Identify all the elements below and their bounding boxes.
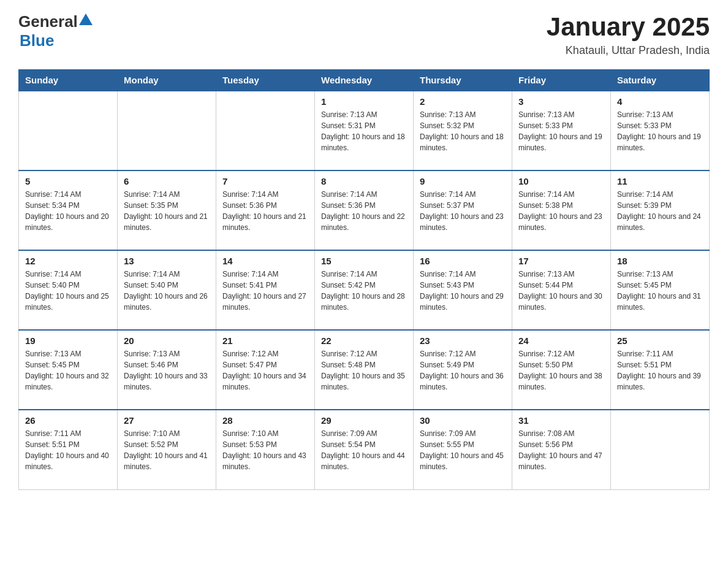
day-number: 22 — [321, 335, 407, 346]
day-info: Sunrise: 7:12 AMSunset: 5:48 PMDaylight:… — [321, 348, 407, 393]
calendar-cell: 18Sunrise: 7:13 AMSunset: 5:45 PMDayligh… — [611, 250, 710, 330]
calendar-cell: 17Sunrise: 7:13 AMSunset: 5:44 PMDayligh… — [512, 250, 611, 330]
day-number: 19 — [25, 335, 111, 346]
calendar-header: SundayMondayTuesdayWednesdayThursdayFrid… — [19, 70, 710, 91]
day-number: 29 — [321, 415, 407, 426]
day-number: 14 — [222, 256, 308, 266]
day-info: Sunrise: 7:14 AMSunset: 5:43 PMDaylight:… — [420, 269, 506, 313]
calendar-cell: 12Sunrise: 7:14 AMSunset: 5:40 PMDayligh… — [19, 250, 118, 330]
day-info: Sunrise: 7:14 AMSunset: 5:36 PMDaylight:… — [222, 189, 308, 233]
day-info: Sunrise: 7:13 AMSunset: 5:44 PMDaylight:… — [518, 269, 604, 313]
calendar-cell: 22Sunrise: 7:12 AMSunset: 5:48 PMDayligh… — [315, 330, 414, 410]
calendar-cell: 14Sunrise: 7:14 AMSunset: 5:41 PMDayligh… — [216, 250, 315, 330]
calendar-cell — [611, 410, 710, 489]
column-header-monday: Monday — [118, 70, 216, 91]
column-header-tuesday: Tuesday — [216, 70, 315, 91]
calendar-week-4: 19Sunrise: 7:13 AMSunset: 5:45 PMDayligh… — [19, 330, 710, 410]
day-number: 26 — [25, 415, 111, 426]
day-info: Sunrise: 7:11 AMSunset: 5:51 PMDaylight:… — [617, 348, 703, 393]
day-info: Sunrise: 7:10 AMSunset: 5:52 PMDaylight:… — [124, 428, 210, 472]
calendar-cell: 8Sunrise: 7:14 AMSunset: 5:36 PMDaylight… — [315, 170, 414, 250]
day-info: Sunrise: 7:14 AMSunset: 5:38 PMDaylight:… — [518, 189, 604, 233]
column-header-wednesday: Wednesday — [315, 70, 414, 91]
day-info: Sunrise: 7:14 AMSunset: 5:37 PMDaylight:… — [420, 189, 506, 233]
day-number: 27 — [124, 415, 210, 426]
page-subtitle: Khatauli, Uttar Pradesh, India — [547, 44, 710, 57]
day-number: 1 — [321, 96, 407, 107]
column-header-saturday: Saturday — [611, 70, 710, 91]
day-info: Sunrise: 7:13 AMSunset: 5:32 PMDaylight:… — [420, 109, 506, 153]
logo: GeneralBlue — [18, 12, 94, 50]
day-number: 2 — [420, 96, 506, 107]
page-header: GeneralBlue January 2025 Khatauli, Uttar… — [18, 12, 710, 57]
day-number: 25 — [617, 335, 703, 346]
calendar-cell: 3Sunrise: 7:13 AMSunset: 5:33 PMDaylight… — [512, 91, 611, 170]
header-row: SundayMondayTuesdayWednesdayThursdayFrid… — [19, 70, 710, 91]
day-number: 20 — [124, 335, 210, 346]
day-number: 28 — [222, 415, 308, 426]
day-number: 16 — [420, 256, 506, 266]
calendar-cell: 19Sunrise: 7:13 AMSunset: 5:45 PMDayligh… — [19, 330, 118, 410]
calendar-cell: 30Sunrise: 7:09 AMSunset: 5:55 PMDayligh… — [414, 410, 512, 489]
day-info: Sunrise: 7:12 AMSunset: 5:47 PMDaylight:… — [222, 348, 308, 393]
calendar-week-5: 26Sunrise: 7:11 AMSunset: 5:51 PMDayligh… — [19, 410, 710, 489]
day-info: Sunrise: 7:13 AMSunset: 5:45 PMDaylight:… — [617, 269, 703, 313]
calendar-cell: 25Sunrise: 7:11 AMSunset: 5:51 PMDayligh… — [611, 330, 710, 410]
day-info: Sunrise: 7:08 AMSunset: 5:56 PMDaylight:… — [518, 428, 604, 472]
calendar-cell: 10Sunrise: 7:14 AMSunset: 5:38 PMDayligh… — [512, 170, 611, 250]
calendar-week-3: 12Sunrise: 7:14 AMSunset: 5:40 PMDayligh… — [19, 250, 710, 330]
day-number: 24 — [518, 335, 604, 346]
day-number: 23 — [420, 335, 506, 346]
day-number: 21 — [222, 335, 308, 346]
calendar-cell: 26Sunrise: 7:11 AMSunset: 5:51 PMDayligh… — [19, 410, 118, 489]
day-number: 30 — [420, 415, 506, 426]
calendar-cell: 24Sunrise: 7:12 AMSunset: 5:50 PMDayligh… — [512, 330, 611, 410]
calendar-cell: 15Sunrise: 7:14 AMSunset: 5:42 PMDayligh… — [315, 250, 414, 330]
day-number: 12 — [25, 256, 111, 266]
day-info: Sunrise: 7:14 AMSunset: 5:40 PMDaylight:… — [25, 269, 111, 313]
day-info: Sunrise: 7:14 AMSunset: 5:41 PMDaylight:… — [222, 269, 308, 313]
day-info: Sunrise: 7:09 AMSunset: 5:55 PMDaylight:… — [420, 428, 506, 472]
calendar-cell: 23Sunrise: 7:12 AMSunset: 5:49 PMDayligh… — [414, 330, 512, 410]
calendar-table: SundayMondayTuesdayWednesdayThursdayFrid… — [18, 69, 710, 490]
calendar-cell: 2Sunrise: 7:13 AMSunset: 5:32 PMDaylight… — [414, 91, 512, 170]
day-number: 17 — [518, 256, 604, 266]
calendar-cell: 11Sunrise: 7:14 AMSunset: 5:39 PMDayligh… — [611, 170, 710, 250]
calendar-cell — [216, 91, 315, 170]
calendar-week-1: 1Sunrise: 7:13 AMSunset: 5:31 PMDaylight… — [19, 91, 710, 170]
calendar-cell: 27Sunrise: 7:10 AMSunset: 5:52 PMDayligh… — [118, 410, 216, 489]
day-number: 8 — [321, 176, 407, 186]
calendar-cell: 7Sunrise: 7:14 AMSunset: 5:36 PMDaylight… — [216, 170, 315, 250]
calendar-cell: 5Sunrise: 7:14 AMSunset: 5:34 PMDaylight… — [19, 170, 118, 250]
day-number: 5 — [25, 176, 111, 186]
day-info: Sunrise: 7:12 AMSunset: 5:50 PMDaylight:… — [518, 348, 604, 393]
day-number: 4 — [617, 96, 703, 107]
day-info: Sunrise: 7:13 AMSunset: 5:31 PMDaylight:… — [321, 109, 407, 153]
day-info: Sunrise: 7:10 AMSunset: 5:53 PMDaylight:… — [222, 428, 308, 472]
day-number: 10 — [518, 176, 604, 186]
column-header-sunday: Sunday — [19, 70, 118, 91]
page-title: January 2025 — [547, 12, 710, 42]
logo-general-text: General — [18, 12, 78, 31]
calendar-cell: 21Sunrise: 7:12 AMSunset: 5:47 PMDayligh… — [216, 330, 315, 410]
calendar-cell: 9Sunrise: 7:14 AMSunset: 5:37 PMDaylight… — [414, 170, 512, 250]
day-number: 3 — [518, 96, 604, 107]
day-info: Sunrise: 7:13 AMSunset: 5:33 PMDaylight:… — [617, 109, 703, 153]
column-header-friday: Friday — [512, 70, 611, 91]
title-block: January 2025 Khatauli, Uttar Pradesh, In… — [547, 12, 710, 57]
day-info: Sunrise: 7:13 AMSunset: 5:45 PMDaylight:… — [25, 348, 111, 393]
day-number: 31 — [518, 415, 604, 426]
calendar-cell — [19, 91, 118, 170]
day-info: Sunrise: 7:12 AMSunset: 5:49 PMDaylight:… — [420, 348, 506, 393]
calendar-cell: 6Sunrise: 7:14 AMSunset: 5:35 PMDaylight… — [118, 170, 216, 250]
day-number: 7 — [222, 176, 308, 186]
column-header-thursday: Thursday — [414, 70, 512, 91]
calendar-body: 1Sunrise: 7:13 AMSunset: 5:31 PMDaylight… — [19, 91, 710, 489]
day-info: Sunrise: 7:14 AMSunset: 5:36 PMDaylight:… — [321, 189, 407, 233]
calendar-cell: 29Sunrise: 7:09 AMSunset: 5:54 PMDayligh… — [315, 410, 414, 489]
calendar-cell: 4Sunrise: 7:13 AMSunset: 5:33 PMDaylight… — [611, 91, 710, 170]
calendar-cell: 1Sunrise: 7:13 AMSunset: 5:31 PMDaylight… — [315, 91, 414, 170]
day-number: 15 — [321, 256, 407, 266]
day-info: Sunrise: 7:14 AMSunset: 5:34 PMDaylight:… — [25, 189, 111, 233]
calendar-cell: 20Sunrise: 7:13 AMSunset: 5:46 PMDayligh… — [118, 330, 216, 410]
